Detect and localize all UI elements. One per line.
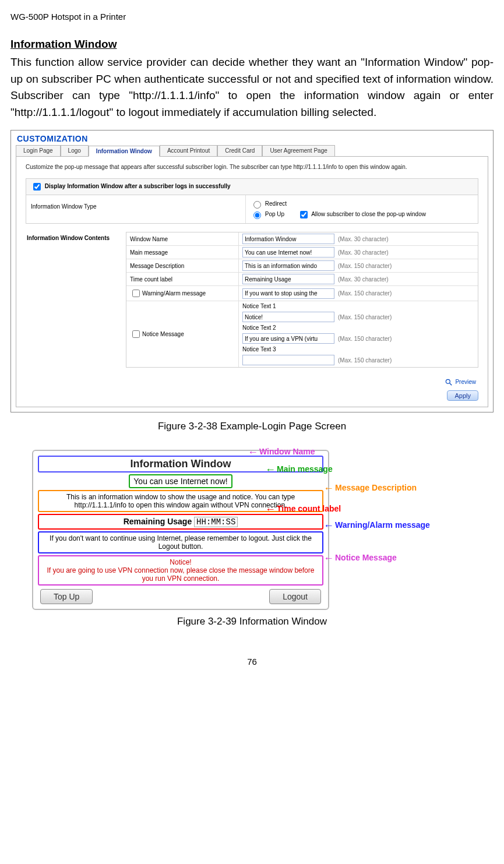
contents-section-label: Information Window Contents (26, 232, 126, 368)
info-window-example: Information Window You can use Internet … (32, 450, 472, 610)
notice-t3-input[interactable] (242, 355, 334, 365)
display-checkbox[interactable] (33, 183, 41, 191)
main-message-hint: (Max. 30 character) (338, 249, 389, 256)
tab-information-window[interactable]: Information Window (89, 146, 160, 157)
topup-button[interactable]: Top Up (40, 589, 93, 604)
arrow-icon: ← (323, 520, 334, 531)
time-count-input[interactable] (242, 274, 334, 284)
iw-notice-title: Notice! (170, 558, 191, 566)
preview-link[interactable]: Preview (26, 378, 478, 386)
iw-time-value: HH:MM:SS (194, 517, 238, 527)
type-label: Information Window Type (26, 195, 246, 223)
annot-warning: ←Warning/Alarm message (323, 520, 430, 532)
notice-t3-label: Notice Text 3 (242, 346, 276, 352)
display-checkbox-row: Display Information Window after a subsc… (26, 179, 478, 195)
arrow-icon: ← (323, 552, 334, 564)
tab-user-agreement[interactable]: User Agreement Page (262, 145, 334, 156)
notice-t2-input[interactable] (242, 333, 334, 344)
annot-time-count: ←Time count label (265, 503, 341, 516)
annot-window-name: ←Window Name (248, 446, 315, 459)
svg-line-1 (449, 383, 452, 386)
notice-t3-hint: (Max. 150 character) (338, 357, 392, 364)
notice-t1-input[interactable] (242, 312, 334, 322)
arrow-icon: ← (265, 503, 276, 515)
display-checkbox-label: Display Information Window after a subsc… (45, 183, 231, 189)
notice-t2-label: Notice Text 2 (242, 325, 276, 331)
warning-checkbox[interactable] (132, 290, 140, 297)
window-name-hint: (Max. 30 character) (338, 236, 389, 242)
iw-time-label: Remaining Usage (124, 517, 192, 526)
warning-hint: (Max. 150 character) (338, 290, 392, 297)
warning-input[interactable] (242, 288, 334, 299)
annot-msg-desc: ←Message Description (323, 482, 417, 495)
magnifier-icon (445, 378, 453, 386)
arrow-icon: ← (248, 446, 258, 458)
body-paragraph: This function allow service provider can… (10, 54, 494, 121)
msg-desc-label: Message Description (126, 259, 239, 272)
type-row: Information Window Type Redirect Pop Up … (26, 195, 478, 223)
apply-button[interactable]: Apply (447, 390, 478, 401)
allow-close-checkbox[interactable] (300, 211, 308, 218)
page-number: 76 (10, 657, 494, 666)
preview-label: Preview (455, 379, 476, 385)
time-count-label: Time count label (126, 273, 239, 285)
display-panel: Display Information Window after a subsc… (26, 178, 478, 224)
radio-popup-label: Pop Up (265, 211, 284, 217)
notice-t1-label: Notice Text 1 (242, 303, 276, 309)
main-message-label: Main message (126, 246, 239, 259)
iw-notice: Notice! If you are going to use VPN conn… (38, 555, 323, 586)
tab-credit-card[interactable]: Credit Card (217, 145, 262, 156)
window-name-input[interactable] (242, 234, 334, 244)
tab-account-printout[interactable]: Account Printout (160, 145, 217, 156)
tab-login-page[interactable]: Login Page (16, 145, 61, 156)
window-name-label: Window Name (126, 232, 239, 245)
allow-close-label: Allow subscriber to close the pop-up win… (311, 211, 426, 217)
iw-notice-body: If you are going to use VPN connection n… (47, 566, 315, 583)
msg-desc-input[interactable] (242, 260, 334, 271)
annot-notice: ←Notice Message (323, 552, 397, 565)
svg-point-0 (446, 379, 450, 383)
notice-t2-hint: (Max. 150 character) (338, 336, 392, 342)
tab-content: Customize the pop-up message that appear… (16, 156, 488, 407)
warning-label: Warning/Alarm message (142, 290, 206, 297)
time-count-hint: (Max. 30 character) (338, 276, 389, 283)
figure-1-caption: Figure 3-2-38 Example-Login Page Screen (10, 421, 494, 432)
help-text: Customize the pop-up message that appear… (26, 164, 478, 170)
contents-table: Window Name (Max. 30 character) Main mes… (126, 232, 478, 368)
notice-label: Notice Message (142, 331, 184, 337)
msg-desc-hint: (Max. 150 character) (338, 263, 392, 269)
iw-time-row: Remaining Usage HH:MM:SS (38, 514, 323, 530)
arrow-icon: ← (265, 464, 276, 475)
logout-button[interactable]: Logout (269, 589, 321, 604)
doc-header: WG-500P Hotspot in a Printer (10, 12, 494, 22)
radio-redirect-label: Redirect (265, 200, 287, 207)
main-message-input[interactable] (242, 247, 334, 258)
tab-row: Login Page Logo Information Window Accou… (16, 145, 488, 156)
notice-t1-hint: (Max. 150 character) (338, 314, 392, 320)
section-title: Information Window (10, 38, 494, 51)
contents-row: Information Window Contents Window Name … (26, 232, 478, 368)
customization-screenshot: CUSTOMIZATION Login Page Logo Informatio… (10, 130, 494, 412)
radio-redirect[interactable] (253, 201, 261, 209)
customization-heading: CUSTOMIZATION (17, 134, 488, 143)
notice-checkbox[interactable] (132, 330, 140, 338)
iw-main-message: You can use Internet now! (129, 474, 232, 488)
iw-warning: If you don't want to continue using Inte… (38, 531, 323, 553)
tab-logo[interactable]: Logo (61, 145, 89, 156)
arrow-icon: ← (323, 482, 334, 494)
radio-popup[interactable] (253, 211, 261, 219)
figure-2-caption: Figure 3-2-39 Information Window (10, 616, 494, 627)
annot-main-message: ←Main message (265, 464, 333, 476)
